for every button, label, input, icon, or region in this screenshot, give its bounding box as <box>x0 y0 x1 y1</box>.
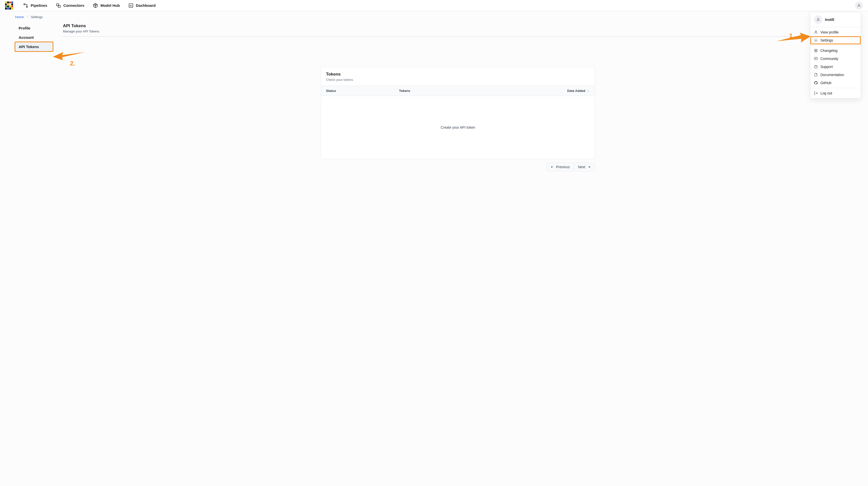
page-subtitle: Manage your API Tokens <box>63 29 853 33</box>
topbar: Pipelines Connectors Model Hub Dashboard <box>0 0 868 11</box>
arrow-icon <box>777 31 811 43</box>
arrow-left-icon <box>551 165 554 169</box>
dropdown-section-1: View profile Settings <box>810 27 861 45</box>
sort-icon <box>587 89 590 92</box>
col-tokens: Tokens <box>399 89 560 93</box>
arrow-icon <box>53 51 86 60</box>
pager: Previous Next <box>321 163 595 171</box>
menu-label: Changelog <box>820 49 838 53</box>
menu-community[interactable]: Community <box>810 55 861 63</box>
sidebar-item-label: Profile <box>19 26 30 30</box>
user-icon <box>814 30 818 34</box>
menu-changelog[interactable]: Changelog <box>810 47 861 55</box>
gear-icon <box>814 38 818 42</box>
svg-point-1 <box>26 6 28 7</box>
menu-label: View profile <box>820 30 839 34</box>
sidebar-item-label: API Tokens <box>19 44 39 49</box>
svg-point-0 <box>24 3 25 5</box>
menu-support[interactable]: Support <box>810 63 861 71</box>
divider <box>63 36 853 37</box>
menu-view-profile[interactable]: View profile <box>810 28 861 36</box>
chevron-right-icon <box>26 15 29 19</box>
connectors-icon <box>56 3 61 8</box>
breadcrumb: Home Settings <box>0 11 868 21</box>
prev-button[interactable]: Previous <box>546 163 574 171</box>
nav-label: Connectors <box>63 3 84 7</box>
menu-label: Settings <box>820 38 833 42</box>
profile-dropdown: Instill View profile Settings Changelog … <box>810 12 861 98</box>
arrow-right-icon <box>587 165 591 169</box>
dropdown-section-3: Log out <box>810 88 861 98</box>
menu-settings[interactable]: Settings <box>810 36 861 44</box>
menu-github[interactable]: GitHub <box>810 79 861 87</box>
sidebar-item-label: Account <box>19 35 34 39</box>
svg-point-5 <box>858 4 860 5</box>
prev-label: Previous <box>556 165 570 169</box>
menu-label: GitHub <box>820 81 832 85</box>
menu-documentation[interactable]: Documentation <box>810 71 861 79</box>
nav-label: Pipelines <box>31 3 47 7</box>
card-title: Tokens <box>326 72 590 77</box>
sidebar-item-api-tokens[interactable]: API Tokens <box>15 42 53 51</box>
breadcrumb-home[interactable]: Home <box>15 15 24 19</box>
col-date-label: Date Added <box>567 89 585 93</box>
nav-model-hub[interactable]: Model Hub <box>93 3 120 8</box>
nav-label: Dashboard <box>136 3 156 7</box>
chart-icon <box>128 3 133 8</box>
dropdown-username: Instill <box>825 18 834 22</box>
card-header: Tokens Check your tokens <box>321 67 595 86</box>
sidebar-item-profile[interactable]: Profile <box>15 23 53 33</box>
user-icon <box>816 18 820 22</box>
sidebar-item-account[interactable]: Account <box>15 33 53 42</box>
sidebar: Profile Account API Tokens <box>15 23 53 171</box>
card-subtitle: Check your tokens <box>326 78 590 82</box>
help-icon <box>814 65 818 69</box>
logo[interactable] <box>5 1 13 9</box>
table-head: Status Tokens Date Added <box>321 86 595 96</box>
nav-items: Pipelines Connectors Model Hub Dashboard <box>23 3 156 8</box>
cube-icon <box>93 3 98 8</box>
next-button[interactable]: Next <box>574 163 595 171</box>
layers-icon <box>814 49 818 53</box>
github-icon <box>814 81 818 85</box>
col-date[interactable]: Date Added <box>560 89 590 93</box>
menu-label: Support <box>820 65 833 69</box>
empty-state-text: Create your API token <box>441 125 475 129</box>
nav-pipelines[interactable]: Pipelines <box>23 3 47 8</box>
svg-rect-9 <box>814 57 817 60</box>
nav-label: Model Hub <box>100 3 120 7</box>
avatar <box>814 16 823 24</box>
svg-point-7 <box>815 31 816 32</box>
col-status: Status <box>326 89 399 93</box>
menu-label: Community <box>820 57 838 61</box>
nav-dashboard[interactable]: Dashboard <box>128 3 156 8</box>
page-title: API Tokens <box>63 23 853 28</box>
breadcrumb-current: Settings <box>31 15 43 19</box>
file-icon <box>814 73 818 77</box>
next-label: Next <box>578 165 585 169</box>
content: API Tokens Manage your API Tokens Tokens… <box>63 23 853 171</box>
dropdown-section-2: Changelog Community Support Documentatio… <box>810 45 861 88</box>
profile-button[interactable] <box>855 1 863 9</box>
svg-point-8 <box>815 40 816 41</box>
menu-label: Documentation <box>820 73 844 77</box>
user-icon <box>857 3 861 7</box>
pipelines-icon <box>23 3 28 8</box>
tokens-card: Tokens Check your tokens Status Tokens D… <box>321 67 595 159</box>
table-body-empty: Create your API token <box>321 96 595 159</box>
nav-connectors[interactable]: Connectors <box>56 3 84 8</box>
menu-logout[interactable]: Log out <box>810 89 861 97</box>
annotation-2-arrow <box>53 51 86 61</box>
logout-icon <box>814 91 818 95</box>
svg-point-6 <box>817 19 819 20</box>
dropdown-header: Instill <box>810 12 861 27</box>
main: Profile Account API Tokens API Tokens Ma… <box>0 21 868 181</box>
menu-label: Log out <box>820 91 832 95</box>
message-icon <box>814 57 818 61</box>
annotation-1-arrow <box>777 31 811 44</box>
